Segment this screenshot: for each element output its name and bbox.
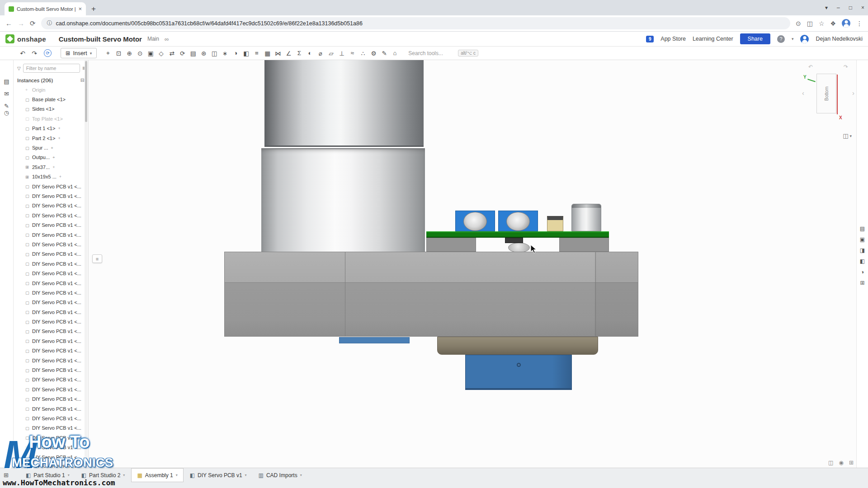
section-panel-icon[interactable]: ◧ [860,258,865,264]
instance-row[interactable]: ▢ DIY Servo PCB v1 <... [14,278,88,288]
instance-row[interactable]: ▢ DIY Servo PCB v1 <... [14,423,88,433]
appearance-icon[interactable]: ◐ [305,50,316,56]
instance-row[interactable]: ▢ DIY Servo PCB v1 <... [14,191,88,201]
tab-close-icon[interactable]: × [78,5,82,12]
configurations-icon[interactable]: ⚙ [368,50,379,57]
annotate-icon[interactable]: ✎ [379,50,390,57]
instance-row[interactable]: ▢ DIY Servo PCB v1 <... [14,307,88,317]
instance-row[interactable]: ▢ DIY Servo PCB v1 <... [14,298,88,307]
named-views-icon[interactable]: ▦ [262,50,273,57]
view-cube[interactable]: ↶ ↷ ‹ › Bottom Y X ◫ ▾ [801,63,855,142]
group-icon[interactable]: ⊡ [113,50,124,57]
collapse-all-icon[interactable]: ⊟ [80,77,85,83]
url-bar[interactable]: ⓘ cad.onshape.com/documents/005cb98bc053… [41,17,790,29]
browser-profile-avatar[interactable] [842,19,850,28]
bom-panel-icon[interactable]: ▤ [860,225,865,232]
circular-pattern-icon[interactable]: ⊛ [198,50,209,57]
tab-search-icon[interactable]: ▾ [825,5,828,11]
forward-icon[interactable]: → [18,19,24,27]
instance-row[interactable]: ▢ DIY Servo PCB v1 <... [14,452,88,462]
chevron-left-icon[interactable]: ‹ [802,89,804,97]
app-store-link[interactable]: App Store [660,36,686,42]
new-tab-button[interactable]: + [91,5,96,14]
display-panel-icon[interactable]: ◨ [860,247,865,253]
bom-icon[interactable]: ≡ [251,50,262,56]
record-icon[interactable]: ◉ [839,460,843,466]
update-icon[interactable]: ⟳ [44,49,52,57]
chevron-down-icon[interactable]: ▾ [792,37,794,41]
tab-manager-icon[interactable]: ⊞ [4,472,9,479]
browser-menu-icon[interactable]: ⋮ [856,20,863,27]
onshape-logo[interactable]: onshape [5,34,46,43]
back-icon[interactable]: ← [5,19,12,27]
instance-row[interactable]: ▢ DIY Servo PCB v1 <... [14,259,88,268]
maximize-button[interactable]: □ [849,5,852,11]
configurations-panel-icon[interactable]: ▣ [860,236,865,243]
chevron-right-icon[interactable]: › [852,89,854,97]
instance-row[interactable]: ▢ DIY Servo PCB v1 <... [14,356,88,365]
instance-row[interactable]: ⊞ 10x19x5 ... + [14,172,88,182]
site-info-icon[interactable]: ⓘ [47,19,52,27]
replicate-icon[interactable]: ▣ [145,50,156,57]
instance-row[interactable]: ▢ DIY Servo PCB v1 <... [14,336,88,346]
instance-row[interactable]: ⊞ 25x37... + [14,162,88,172]
frame-icon[interactable]: ⊥ [336,50,347,57]
extensions-icon[interactable]: ❖ [830,20,836,27]
rotate-icon[interactable]: ⟳ [177,50,188,57]
redo-icon[interactable]: ↷ [29,50,40,57]
instance-row[interactable]: ▢ DIY Servo PCB v1 <... [14,413,88,423]
grid-icon[interactable]: ⊞ [849,460,854,466]
instance-row[interactable]: ▢ Part 1 <1> + [14,124,88,133]
rotate-left-icon[interactable]: ↶ [808,64,813,70]
instance-row[interactable]: ▢ DIY Servo PCB v1 <... [14,375,88,385]
search-tools-input[interactable] [407,50,454,57]
insert-button[interactable]: ⊞ Insert ▾ [61,48,97,58]
instance-row[interactable]: ▢ DIY Servo PCB v1 <... [14,220,88,230]
tab-assembly-1[interactable]: ▦ Assembly 1 ▾ [131,468,183,482]
instance-row[interactable]: ▢ Part 2 <1> + [14,133,88,143]
instance-row[interactable]: ▢ Outpu... ⌖ [14,153,88,162]
branch-label[interactable]: Main [147,36,159,42]
browser-tab[interactable]: Custom-built Servo Motor | Ass... × [5,2,86,15]
display-states-icon[interactable]: ◑ [230,50,241,56]
snap-mode-icon[interactable]: ⊙ [135,50,146,57]
history-icon[interactable]: ◷ [4,109,9,116]
mirror-icon[interactable]: ◫ [209,50,220,57]
help-icon[interactable]: ? [777,35,785,43]
view-menu[interactable]: ◫ ▾ [843,132,852,139]
tab-part-studio-1[interactable]: ◧ Part Studio 1 ▾ [20,468,75,482]
translate-icon[interactable]: ⇄ [166,50,177,57]
section-view-icon[interactable]: ◧ [241,50,252,57]
linear-pattern-icon[interactable]: ▤ [188,50,198,57]
close-window-button[interactable]: × [861,5,864,11]
instance-row[interactable]: ▢ Sides <1> [14,104,88,114]
chevron-down-icon[interactable]: ▾ [176,473,178,477]
instance-row[interactable]: ▢ DIY Servo PCB v1 <... [14,327,88,336]
instance-row[interactable]: ▢ DIY Servo PCB v1 <... [14,317,88,326]
instance-row[interactable]: ▢ DIY Servo PCB v1 <... [14,346,88,356]
instance-row[interactable]: ▢ DIY Servo PCB v1 <... [14,394,88,404]
mate-icon[interactable]: ⌖ [103,50,113,57]
instance-row[interactable]: ▢ DIY Servo PCB v1 <... [14,385,88,394]
mate-connector-icon[interactable]: ⊕ [124,50,135,57]
instance-row[interactable]: ⌖ Origin [14,85,88,94]
chevron-down-icon[interactable]: ▾ [245,473,247,477]
viewcube-face[interactable]: Bottom [816,74,836,113]
instance-row[interactable]: ▢ Spur ... ⌖ [14,143,88,152]
follow-icon[interactable]: ✎ [4,103,9,109]
link-icon[interactable]: ∞ [165,36,169,42]
password-key-icon[interactable]: ⊙ [796,20,801,27]
mass-properties-icon[interactable]: Σ [294,50,305,56]
instances-panel-icon[interactable]: ▤ [4,78,9,85]
instance-row[interactable]: ▢ DIY Servo PCB v1 <... [14,433,88,442]
instance-row[interactable]: ▢ Top Plate <1> [14,114,88,123]
instance-row[interactable]: ▢ DIY Servo PCB v1 <... [14,462,88,468]
share-button[interactable]: Share [740,33,770,44]
instance-row[interactable]: ▢ DIY Servo PCB v1 <... [14,365,88,375]
user-avatar[interactable] [800,35,809,43]
analysis-icon[interactable]: ∴ [358,50,368,57]
instance-row[interactable]: ▢ DIY Servo PCB v1 <... [14,211,88,220]
tab-part-studio-2[interactable]: ◧ Part Studio 2 ▾ [76,468,131,482]
chevron-down-icon[interactable]: ▾ [123,473,125,477]
sidebar-scrollbar[interactable] [85,60,88,468]
